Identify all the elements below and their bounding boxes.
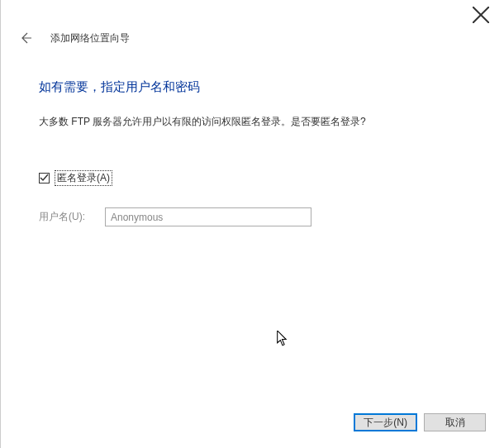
cancel-button[interactable]: 取消 [424, 413, 486, 431]
anonymous-login-checkbox[interactable] [39, 173, 50, 183]
mouse-cursor [276, 331, 289, 350]
username-row: 用户名(U): [39, 207, 466, 226]
description-text: 大多数 FTP 服务器允许用户以有限的访问权限匿名登录。是否要匿名登录? [39, 115, 466, 129]
username-input[interactable] [105, 207, 311, 226]
page-heading: 如有需要，指定用户名和密码 [39, 79, 466, 95]
back-button[interactable] [17, 30, 34, 46]
footer-buttons: 下一步(N) 取消 [354, 413, 486, 431]
content-area: 如有需要，指定用户名和密码 大多数 FTP 服务器允许用户以有限的访问权限匿名登… [1, 46, 504, 226]
anonymous-login-label[interactable]: 匿名登录(A) [55, 170, 112, 186]
next-button[interactable]: 下一步(N) [354, 413, 417, 431]
header: 添加网络位置向导 [1, 0, 504, 46]
checkmark-icon [40, 174, 49, 183]
anonymous-login-row: 匿名登录(A) [39, 170, 466, 186]
close-icon [473, 7, 489, 23]
wizard-title: 添加网络位置向导 [50, 31, 130, 45]
username-label: 用户名(U): [39, 210, 105, 224]
wizard-window: 添加网络位置向导 如有需要，指定用户名和密码 大多数 FTP 服务器允许用户以有… [0, 0, 504, 448]
back-arrow-icon [19, 31, 32, 45]
close-button[interactable] [473, 7, 489, 23]
